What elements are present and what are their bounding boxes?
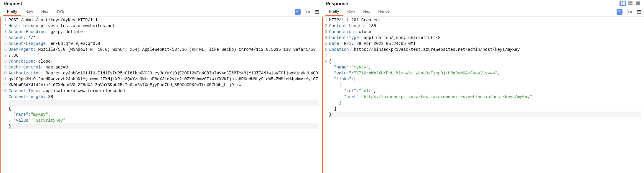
response-content[interactable]: HTTP/1.1 201 CreatedContent-Length: 185C…: [329, 17, 644, 173]
response-header: Response: [322, 0, 644, 7]
response-code[interactable]: 12345678 HTTP/1.1 201 CreatedContent-Len…: [322, 17, 644, 173]
response-panel: Response Pretty Raw Hex Render \n 123456…: [322, 0, 644, 173]
request-code[interactable]: 12345678910111213 POST /admin/host/keys/…: [0, 17, 322, 173]
menu-icon[interactable]: [637, 10, 641, 14]
tab-hex[interactable]: Hex: [37, 7, 52, 16]
response-gutter: 12345678: [322, 17, 329, 173]
tab-jws[interactable]: JWS: [52, 7, 68, 16]
request-content[interactable]: POST /admin/host/keys/myKey HTTP/1.1Host…: [9, 17, 322, 173]
format-icon[interactable]: [295, 9, 301, 15]
request-tabs: Pretty Raw Hex JWS \n: [0, 7, 322, 17]
menu-icon[interactable]: [315, 10, 319, 14]
tab-render[interactable]: Render: [374, 7, 395, 16]
tab-hex[interactable]: Hex: [359, 7, 374, 16]
request-header: Request: [0, 0, 322, 7]
response-title: Response: [326, 1, 348, 6]
svg-rect-7: [636, 1, 640, 5]
tab-raw[interactable]: Raw: [21, 7, 37, 16]
request-title: Request: [4, 1, 22, 6]
svg-rect-4: [623, 1, 625, 5]
request-gutter: 12345678910111213: [0, 17, 9, 173]
svg-rect-3: [621, 1, 622, 5]
format-icon[interactable]: [617, 9, 622, 15]
request-panel: Request Pretty Raw Hex JWS \n 1234567891…: [0, 0, 322, 173]
tab-raw[interactable]: Raw: [343, 7, 359, 16]
newline-icon[interactable]: \n: [305, 9, 311, 15]
tab-pretty[interactable]: Pretty: [3, 7, 21, 16]
svg-rect-2: [296, 12, 299, 13]
svg-rect-5: [628, 1, 633, 3]
layout-single-icon[interactable]: [635, 1, 641, 6]
layout-icons: [620, 1, 641, 6]
layout-rows-icon[interactable]: [627, 1, 634, 6]
svg-rect-9: [618, 12, 620, 12]
response-tabs: Pretty Raw Hex Render \n: [322, 7, 644, 17]
svg-rect-8: [618, 10, 621, 11]
tab-pretty[interactable]: Pretty: [325, 7, 343, 16]
svg-rect-10: [618, 12, 621, 13]
newline-icon[interactable]: \n: [627, 9, 633, 15]
layout-columns-icon[interactable]: [620, 1, 626, 6]
svg-rect-1: [296, 12, 298, 12]
svg-rect-0: [296, 10, 299, 11]
request-tab-tools: \n: [295, 9, 319, 15]
response-tab-tools: \n: [617, 9, 641, 15]
svg-rect-6: [628, 4, 633, 5]
